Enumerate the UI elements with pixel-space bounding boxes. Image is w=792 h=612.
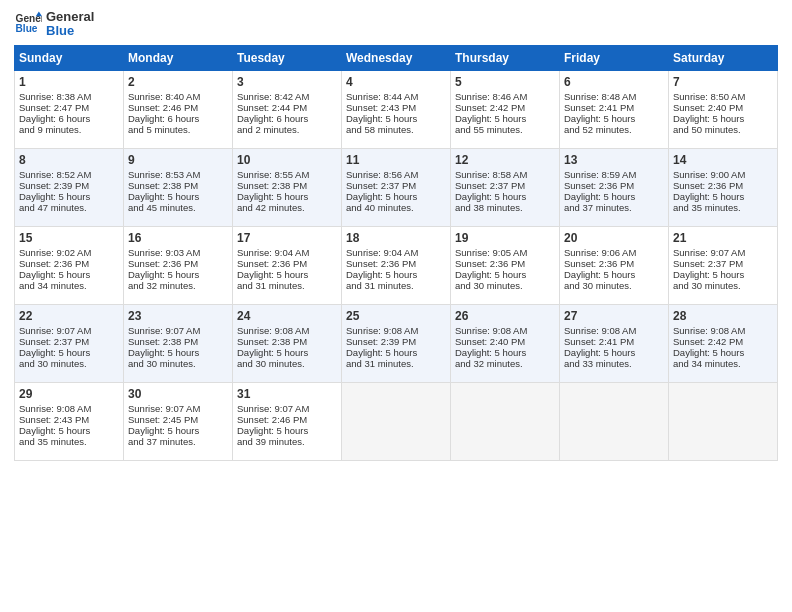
day-number: 12 [455, 153, 555, 167]
logo-icon: General Blue [14, 10, 42, 38]
calendar-week-3: 15Sunrise: 9:02 AMSunset: 2:36 PMDayligh… [15, 226, 778, 304]
cell-line: Sunrise: 8:48 AM [564, 91, 664, 102]
calendar-cell: 9Sunrise: 8:53 AMSunset: 2:38 PMDaylight… [124, 148, 233, 226]
cell-line: Daylight: 6 hours [237, 113, 337, 124]
cell-line: Sunset: 2:36 PM [673, 180, 773, 191]
cell-line: Sunrise: 9:07 AM [673, 247, 773, 258]
cell-line: Sunset: 2:43 PM [346, 102, 446, 113]
calendar-cell: 11Sunrise: 8:56 AMSunset: 2:37 PMDayligh… [342, 148, 451, 226]
cell-line: and 31 minutes. [346, 280, 446, 291]
calendar-cell: 6Sunrise: 8:48 AMSunset: 2:41 PMDaylight… [560, 70, 669, 148]
cell-line: Sunset: 2:38 PM [237, 336, 337, 347]
day-number: 10 [237, 153, 337, 167]
calendar-cell: 14Sunrise: 9:00 AMSunset: 2:36 PMDayligh… [669, 148, 778, 226]
cell-line: Daylight: 5 hours [346, 191, 446, 202]
cell-line: Sunrise: 8:40 AM [128, 91, 228, 102]
calendar-cell [560, 382, 669, 460]
calendar-week-2: 8Sunrise: 8:52 AMSunset: 2:39 PMDaylight… [15, 148, 778, 226]
day-number: 16 [128, 231, 228, 245]
calendar-cell: 10Sunrise: 8:55 AMSunset: 2:38 PMDayligh… [233, 148, 342, 226]
cell-line: Sunrise: 8:56 AM [346, 169, 446, 180]
header-friday: Friday [560, 45, 669, 70]
cell-line: Sunset: 2:46 PM [128, 102, 228, 113]
day-number: 7 [673, 75, 773, 89]
cell-line: and 31 minutes. [237, 280, 337, 291]
cell-line: Sunset: 2:39 PM [346, 336, 446, 347]
cell-line: Daylight: 5 hours [564, 347, 664, 358]
cell-line: Daylight: 5 hours [237, 347, 337, 358]
cell-line: and 50 minutes. [673, 124, 773, 135]
cell-line: Sunrise: 8:59 AM [564, 169, 664, 180]
calendar-cell: 4Sunrise: 8:44 AMSunset: 2:43 PMDaylight… [342, 70, 451, 148]
day-number: 4 [346, 75, 446, 89]
cell-line: Sunrise: 9:06 AM [564, 247, 664, 258]
day-number: 22 [19, 309, 119, 323]
calendar-cell: 23Sunrise: 9:07 AMSunset: 2:38 PMDayligh… [124, 304, 233, 382]
cell-line: Daylight: 6 hours [128, 113, 228, 124]
cell-line: and 37 minutes. [564, 202, 664, 213]
cell-line: Sunset: 2:40 PM [673, 102, 773, 113]
cell-line: Daylight: 5 hours [673, 347, 773, 358]
cell-line: Sunrise: 9:07 AM [128, 403, 228, 414]
cell-line: and 30 minutes. [673, 280, 773, 291]
cell-line: and 47 minutes. [19, 202, 119, 213]
cell-line: Sunrise: 8:42 AM [237, 91, 337, 102]
calendar-cell: 27Sunrise: 9:08 AMSunset: 2:41 PMDayligh… [560, 304, 669, 382]
day-number: 30 [128, 387, 228, 401]
cell-line: and 39 minutes. [237, 436, 337, 447]
calendar-cell: 3Sunrise: 8:42 AMSunset: 2:44 PMDaylight… [233, 70, 342, 148]
cell-line: Daylight: 5 hours [346, 113, 446, 124]
cell-line: Sunrise: 9:08 AM [673, 325, 773, 336]
cell-line: Daylight: 5 hours [455, 191, 555, 202]
calendar-cell: 25Sunrise: 9:08 AMSunset: 2:39 PMDayligh… [342, 304, 451, 382]
cell-line: Daylight: 5 hours [128, 425, 228, 436]
day-number: 21 [673, 231, 773, 245]
calendar-cell: 13Sunrise: 8:59 AMSunset: 2:36 PMDayligh… [560, 148, 669, 226]
day-number: 24 [237, 309, 337, 323]
day-number: 15 [19, 231, 119, 245]
cell-line: Daylight: 5 hours [455, 347, 555, 358]
calendar-cell: 18Sunrise: 9:04 AMSunset: 2:36 PMDayligh… [342, 226, 451, 304]
cell-line: Sunset: 2:47 PM [19, 102, 119, 113]
cell-line: Sunset: 2:38 PM [128, 180, 228, 191]
cell-line: and 34 minutes. [673, 358, 773, 369]
cell-line: Sunset: 2:36 PM [19, 258, 119, 269]
cell-line: Sunset: 2:46 PM [237, 414, 337, 425]
cell-line: Sunset: 2:37 PM [19, 336, 119, 347]
cell-line: Sunrise: 9:02 AM [19, 247, 119, 258]
cell-line: and 32 minutes. [455, 358, 555, 369]
cell-line: Sunrise: 9:08 AM [455, 325, 555, 336]
cell-line: and 37 minutes. [128, 436, 228, 447]
cell-line: Daylight: 5 hours [128, 191, 228, 202]
calendar-cell: 20Sunrise: 9:06 AMSunset: 2:36 PMDayligh… [560, 226, 669, 304]
day-number: 23 [128, 309, 228, 323]
calendar-week-4: 22Sunrise: 9:07 AMSunset: 2:37 PMDayligh… [15, 304, 778, 382]
day-number: 25 [346, 309, 446, 323]
cell-line: and 42 minutes. [237, 202, 337, 213]
day-number: 5 [455, 75, 555, 89]
calendar-cell: 24Sunrise: 9:08 AMSunset: 2:38 PMDayligh… [233, 304, 342, 382]
calendar-cell: 12Sunrise: 8:58 AMSunset: 2:37 PMDayligh… [451, 148, 560, 226]
cell-line: Sunset: 2:36 PM [455, 258, 555, 269]
cell-line: Daylight: 5 hours [564, 269, 664, 280]
cell-line: and 32 minutes. [128, 280, 228, 291]
calendar-cell: 28Sunrise: 9:08 AMSunset: 2:42 PMDayligh… [669, 304, 778, 382]
cell-line: Sunrise: 8:52 AM [19, 169, 119, 180]
cell-line: Sunrise: 9:08 AM [346, 325, 446, 336]
day-number: 14 [673, 153, 773, 167]
cell-line: and 30 minutes. [237, 358, 337, 369]
day-number: 31 [237, 387, 337, 401]
cell-line: Sunset: 2:38 PM [237, 180, 337, 191]
cell-line: Sunrise: 8:46 AM [455, 91, 555, 102]
cell-line: and 45 minutes. [128, 202, 228, 213]
cell-line: Sunset: 2:36 PM [564, 258, 664, 269]
header-thursday: Thursday [451, 45, 560, 70]
cell-line: Daylight: 5 hours [673, 269, 773, 280]
cell-line: Daylight: 5 hours [455, 269, 555, 280]
cell-line: Sunset: 2:37 PM [455, 180, 555, 191]
calendar-week-5: 29Sunrise: 9:08 AMSunset: 2:43 PMDayligh… [15, 382, 778, 460]
cell-line: and 35 minutes. [673, 202, 773, 213]
cell-line: Sunrise: 9:08 AM [19, 403, 119, 414]
calendar-table: SundayMondayTuesdayWednesdayThursdayFrid… [14, 45, 778, 461]
cell-line: Daylight: 5 hours [564, 191, 664, 202]
